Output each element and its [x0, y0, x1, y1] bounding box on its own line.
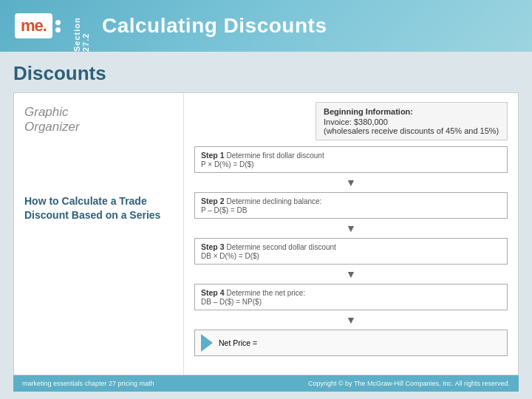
info-line2: (wholesalers receive discounts of 45% an…	[324, 126, 499, 135]
step-1-box: Step 1 Determine first dollar discount P…	[194, 146, 508, 173]
right-panel: Beginning Information: Invoice: $380,000…	[184, 93, 518, 375]
step-1-description: Determine first dollar discount	[226, 151, 324, 160]
footer-right-text: Copyright © by The McGraw-Hill Companies…	[308, 380, 510, 387]
step-2-formula: P – D($) = DB	[201, 206, 501, 214]
left-panel: Graphic Organizer How to Calculate a Tra…	[14, 93, 184, 375]
step-4-label: Step 4	[201, 288, 225, 297]
step-2-description: Determine declining balance:	[226, 197, 321, 205]
header-title: Calculating Discounts	[102, 14, 327, 38]
arrow-1: ▼	[194, 177, 508, 188]
info-line1: Invoice: $380,000	[324, 117, 499, 126]
net-price-box: Net Price =	[194, 330, 508, 356]
logo: me.	[15, 13, 61, 38]
info-box: Beginning Information: Invoice: $380,000…	[316, 102, 508, 140]
step-2-box: Step 2 Determine declining balance: P – …	[194, 192, 508, 219]
graphic-organizer-label: Graphic Organizer	[24, 105, 173, 135]
step-3-description: Determine second dollar discount	[226, 243, 335, 251]
page-title: Discounts	[13, 62, 519, 85]
arrow-3: ▼	[194, 269, 508, 279]
how-to-text: How to Calculate a Trade Discount Based …	[24, 194, 173, 223]
net-price-label: Net Price =	[219, 338, 257, 347]
step-4-formula: DB – D($) = NP($)	[201, 298, 501, 306]
arrow-2: ▼	[194, 223, 508, 233]
step-4-box: Step 4 Determine the net price: DB – D($…	[194, 284, 508, 310]
step-3-formula: DB × D(%) = D($)	[201, 252, 501, 260]
step-3-label: Step 3	[201, 242, 225, 251]
dot-1	[55, 20, 61, 25]
info-box-title: Beginning Information:	[324, 107, 499, 116]
section-label: Section 27.2	[72, 0, 90, 52]
step-3-box: Step 3 Determine second dollar discount …	[194, 238, 508, 265]
logo-dots	[55, 20, 61, 33]
step-4-description: Determine the net price:	[226, 289, 305, 297]
footer: marketing essentials chapter 27 pricing …	[13, 375, 519, 392]
steps-container: Step 1 Determine first dollar discount P…	[194, 146, 508, 366]
net-price-arrow-icon	[201, 334, 213, 352]
header: me. Section 27.2 Calculating Discounts	[0, 0, 532, 52]
content-card: Graphic Organizer How to Calculate a Tra…	[13, 92, 519, 375]
arrow-4: ▼	[194, 315, 508, 325]
footer-left-text: marketing essentials chapter 27 pricing …	[22, 380, 154, 387]
logo-text: me.	[15, 13, 52, 38]
step-1-formula: P × D(%) = D($)	[201, 160, 501, 168]
dot-2	[55, 27, 61, 33]
step-2-label: Step 2	[201, 197, 225, 205]
main-area: Discounts Graphic Organizer How to Calcu…	[0, 52, 532, 399]
step-1-label: Step 1	[201, 151, 225, 160]
